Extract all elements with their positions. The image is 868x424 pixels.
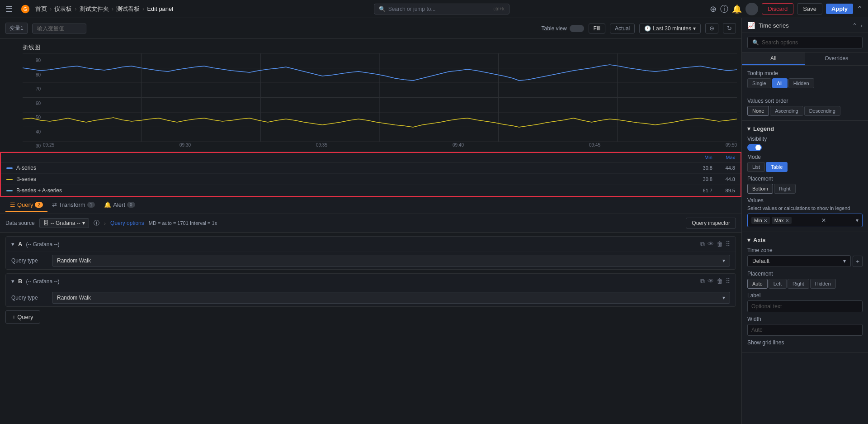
- breadcrumb: 首页 › 仪表板 › 测试文件夹 › 测试看板 › Edit panel: [35, 5, 173, 13]
- collapse-icon-b[interactable]: ▾: [11, 278, 14, 285]
- value-tag-min: Min ✕: [751, 217, 770, 224]
- legend-row-a[interactable]: A-series 30.8 44.8: [1, 162, 741, 174]
- panel-area: 变量1 Table view Fill Actual 🕐 Last 30 min…: [0, 18, 741, 424]
- visibility-toggle-row: [747, 144, 863, 151]
- time-range-button[interactable]: 🕐 Last 30 minutes ▾: [639, 24, 701, 33]
- query-type-select-b[interactable]: Random Walk ▾: [52, 292, 730, 304]
- avatar[interactable]: [745, 3, 758, 15]
- axis-section-title: ▾ Axis: [747, 237, 863, 243]
- eye-icon-a[interactable]: 👁: [708, 240, 714, 248]
- tab-all[interactable]: All: [742, 52, 805, 65]
- chart-svg-area: [23, 53, 737, 142]
- zoom-out-button[interactable]: ⊖: [705, 23, 718, 33]
- eye-icon-b[interactable]: 👁: [708, 277, 714, 285]
- copy-icon-a[interactable]: ⧉: [700, 240, 705, 248]
- query-inspector-button[interactable]: Query inspector: [686, 218, 736, 229]
- collapse-axis-icon[interactable]: ▾: [747, 237, 750, 243]
- sort-desc-btn[interactable]: Descending: [804, 106, 840, 116]
- legend-row-b[interactable]: B-series 30.8 44.8: [1, 174, 741, 185]
- discard-button[interactable]: Discard: [762, 3, 793, 14]
- table-view-switch[interactable]: [570, 25, 584, 32]
- collapse-icon-a[interactable]: ▾: [11, 241, 14, 248]
- axis-label-input[interactable]: [747, 300, 863, 312]
- remove-min-icon[interactable]: ✕: [764, 218, 767, 223]
- legend-section-title: ▾ Legend: [747, 125, 863, 132]
- values-select-arrow-icon[interactable]: ▾: [856, 217, 859, 224]
- query-type-select-a[interactable]: Random Walk ▾: [52, 255, 730, 267]
- datasource-select[interactable]: 🗄 -- Grafana -- ▾: [39, 218, 89, 228]
- delete-icon-b[interactable]: 🗑: [717, 277, 723, 285]
- mode-group: List Table: [747, 162, 863, 172]
- fill-button[interactable]: Fill: [589, 24, 605, 33]
- axis-auto-btn[interactable]: Auto: [747, 279, 768, 289]
- query-block-b: ▾ B (-- Grafana --) ⧉ 👁 🗑 ⠿ Query type R…: [5, 273, 736, 307]
- collapse-legend-icon[interactable]: ▾: [747, 125, 750, 132]
- visibility-toggle[interactable]: [747, 144, 762, 151]
- value-tag-max: Max ✕: [772, 217, 792, 224]
- hamburger-icon[interactable]: ☰: [5, 4, 13, 14]
- table-view-toggle: Table view: [542, 25, 584, 32]
- query-icon: ☰: [10, 201, 15, 208]
- search-icon: 🔍: [752, 39, 759, 46]
- tab-query[interactable]: ☰ Query 2: [5, 199, 47, 212]
- tooltip-hidden-btn[interactable]: Hidden: [788, 78, 814, 88]
- expand-right-icon[interactable]: ⌃: [852, 22, 857, 29]
- mode-table-btn[interactable]: Table: [766, 162, 788, 172]
- chevron-down-icon: ▾: [722, 257, 725, 264]
- tooltip-single-btn[interactable]: Single: [747, 78, 771, 88]
- sort-asc-btn[interactable]: Ascending: [770, 106, 803, 116]
- add-query-button[interactable]: + Query: [5, 310, 40, 324]
- all-overrides-tabs: All Overrides: [742, 52, 868, 66]
- legend-color-b: [6, 179, 13, 180]
- drag-icon-a[interactable]: ⠿: [726, 240, 730, 248]
- legend-color-a: [6, 167, 13, 169]
- refresh-button[interactable]: ↻: [723, 23, 736, 33]
- axis-width-input[interactable]: [747, 324, 863, 336]
- legend-row-b-plus-a[interactable]: B-series + A-series 61.7 89.5: [1, 185, 741, 196]
- main-layout: 变量1 Table view Fill Actual 🕐 Last 30 min…: [0, 18, 868, 424]
- alert-icon: 🔔: [104, 201, 111, 208]
- chart-container: 折线图 90807060504030: [0, 39, 741, 152]
- apply-button[interactable]: Apply: [826, 4, 853, 14]
- chart-title: 折线图: [23, 43, 737, 52]
- timezone-select[interactable]: Default ▾: [747, 255, 851, 267]
- tab-overrides[interactable]: Overrides: [805, 52, 868, 65]
- info-icon[interactable]: ⓘ: [94, 219, 99, 227]
- axis-hidden-btn[interactable]: Hidden: [810, 279, 836, 289]
- sort-none-btn[interactable]: None: [747, 106, 769, 116]
- panel-toolbar: 变量1 Table view Fill Actual 🕐 Last 30 min…: [0, 18, 741, 39]
- query-block-a: ▾ A (-- Grafana --) ⧉ 👁 🗑 ⠿ Query type R…: [5, 236, 736, 270]
- variable-input[interactable]: [32, 24, 86, 33]
- placement-group: Bottom Right: [747, 184, 863, 194]
- tooltip-mode-group: Single All Hidden: [747, 78, 863, 88]
- delete-icon-a[interactable]: 🗑: [717, 240, 723, 248]
- axis-left-btn[interactable]: Left: [769, 279, 787, 289]
- placement-bottom-btn[interactable]: Bottom: [747, 184, 773, 194]
- axis-placement-group: Auto Left Right Hidden: [747, 279, 863, 289]
- mode-list-btn[interactable]: List: [747, 162, 765, 172]
- right-panel: 📈 Time series ⌃ › 🔍 Search options All O…: [741, 18, 868, 424]
- copy-icon-b[interactable]: ⧉: [700, 277, 705, 285]
- values-select[interactable]: Min ✕ Max ✕ ✕ ▾: [747, 214, 863, 227]
- bell-icon[interactable]: 🔔: [732, 4, 742, 14]
- tab-transform[interactable]: ⇄ Transform 1: [47, 199, 99, 212]
- values-select-clear-icon[interactable]: ✕: [821, 217, 826, 224]
- chevron-right-icon[interactable]: ›: [861, 22, 863, 29]
- expand-icon[interactable]: ⌃: [857, 5, 863, 13]
- drag-icon-b[interactable]: ⠿: [726, 277, 730, 285]
- placement-right-btn[interactable]: Right: [774, 184, 796, 194]
- add-timezone-button[interactable]: +: [853, 256, 863, 267]
- tab-alert[interactable]: 🔔 Alert 0: [99, 199, 139, 212]
- remove-max-icon[interactable]: ✕: [785, 218, 789, 223]
- plus-icon[interactable]: ⊕: [710, 4, 717, 14]
- info-icon[interactable]: ⓘ: [720, 4, 728, 14]
- search-options-input[interactable]: 🔍 Search options: [747, 37, 863, 48]
- query-options-link[interactable]: Query options: [110, 220, 144, 226]
- chevron-down-icon: ▾: [722, 295, 725, 301]
- actual-button[interactable]: Actual: [610, 24, 635, 33]
- tooltip-all-btn[interactable]: All: [772, 78, 788, 88]
- nav-actions: ⊕ ⓘ 🔔 Discard Save Apply ⌃: [710, 3, 863, 15]
- save-button[interactable]: Save: [797, 3, 822, 14]
- chevron-down-icon: ▾: [693, 25, 696, 32]
- axis-right-btn[interactable]: Right: [788, 279, 809, 289]
